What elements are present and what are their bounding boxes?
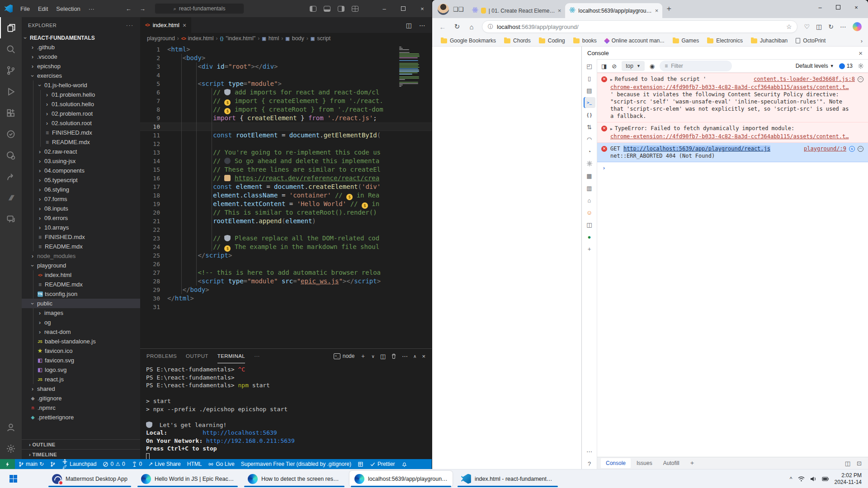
close-tab-icon[interactable]: × — [558, 7, 561, 14]
vscode-search-box[interactable]: ⌕ react-fundamentals — [155, 3, 244, 14]
tree-item-01-solution-hello[interactable]: ›01.solution.hello — [22, 99, 140, 109]
tree-item-10-arrays[interactable]: ›10.arrays — [22, 223, 140, 232]
tree-item-09-errors[interactable]: ›09.errors — [22, 213, 140, 223]
tree-item-finished-mdx[interactable]: ≡FINISHED.mdx — [22, 128, 140, 137]
breadcrumb-item[interactable]: "index.html" — [226, 35, 255, 42]
panel-tab-output[interactable]: OUTPUT — [186, 349, 208, 363]
panel-tab-problems[interactable]: PROBLEMS — [146, 349, 177, 363]
device-emulation-icon[interactable]: ◫ — [845, 460, 850, 467]
expand-caret-icon[interactable]: ▶ — [610, 78, 613, 82]
minimap[interactable] — [399, 47, 425, 89]
code-line[interactable]: 14 // So go ahead and delete this implem… — [140, 157, 432, 165]
workspaces-icon[interactable]: ❑❑ — [453, 6, 463, 13]
maximize-panel-icon[interactable]: ∧ — [413, 354, 416, 359]
status-item[interactable] — [354, 459, 367, 469]
status-item-go-live[interactable]: Go Live — [205, 459, 237, 469]
console-message[interactable]: ✕▶TypeError: Failed to fetch dynamically… — [597, 122, 868, 143]
page-content[interactable] — [432, 47, 581, 469]
taskbar-clock[interactable]: 2:02 PM 2024-11-14 — [835, 472, 862, 486]
network-icon[interactable]: ⇅ — [584, 122, 595, 132]
breadcrumb[interactable]: playground›<>index.html›{}"index.html"›▣… — [140, 33, 432, 44]
taskbar-item[interactable]: Hello World in JS | Epic React by K... — [136, 471, 239, 487]
terminal-shell-chip[interactable]: >_ node — [334, 353, 355, 359]
status-item[interactable] — [398, 459, 410, 469]
browser-tab[interactable]: | 01. Create React Elements | 0× — [468, 3, 565, 18]
tree-item-favicon-svg[interactable]: ◧favicon.svg — [22, 356, 140, 365]
settings-more-icon[interactable]: ⋯ — [840, 23, 846, 30]
tree-item-finished-mdx[interactable]: ≡FINISHED.mdx — [22, 232, 140, 242]
tree-item-03-using-jsx[interactable]: ›03.using-jsx — [22, 156, 140, 166]
bookmark-item[interactable]: Electronics — [704, 38, 746, 44]
chat-icon[interactable] — [0, 208, 21, 230]
menu-[interactable]: ··· — [85, 5, 99, 12]
tree-item-index-html[interactable]: <>index.html — [22, 270, 140, 280]
status-item-0[interactable]: 0⚠0 — [99, 459, 128, 469]
dock-side-icon[interactable]: ◨ — [601, 63, 607, 70]
tree-item--prettierignore[interactable]: ◈.prettierignore — [22, 413, 140, 422]
console-message[interactable]: ✕playground/:9⇅◠GET http://localhost:563… — [597, 143, 868, 162]
editor-more-icon[interactable]: ⋯ — [419, 22, 425, 29]
code-line[interactable]: 16 // https://react.dev/reference/react/… — [140, 174, 432, 183]
supermaven-icon[interactable]: ⫻ — [0, 187, 21, 208]
start-button[interactable] — [5, 471, 22, 487]
code-line[interactable]: 6 // add imports for react and react-dom… — [140, 88, 432, 97]
code-line[interactable]: 3 <div id="root"></div> — [140, 62, 432, 71]
minimize-button[interactable]: – — [375, 0, 394, 17]
device-toolbar-icon[interactable]: ▯ — [584, 73, 595, 84]
bookmark-item[interactable]: Chords — [501, 38, 534, 44]
code-line[interactable]: 17 const element = document.createElemen… — [140, 183, 432, 191]
drawer-tab-issues[interactable]: Issues — [632, 458, 657, 468]
menu-edit[interactable]: Edit — [34, 5, 52, 12]
explorer-more-icon[interactable]: ··· — [126, 23, 134, 28]
split-editor-icon[interactable]: ◫ — [406, 22, 412, 29]
tree-item-01-js-hello-world[interactable]: ›01.js-hello-world — [22, 80, 140, 90]
close-tab-icon[interactable]: × — [655, 7, 659, 14]
volume-icon[interactable] — [810, 476, 816, 482]
new-terminal-icon[interactable]: ＋ — [360, 352, 366, 360]
bookmark-item[interactable]: Juhachiban — [748, 38, 791, 44]
bookmark-item[interactable]: Online account man... — [602, 38, 668, 44]
menu-selection[interactable]: Selection — [52, 5, 84, 12]
toggle-panel-icon[interactable] — [324, 6, 330, 12]
breadcrumb-item[interactable]: index.html — [188, 35, 214, 42]
code-line[interactable]: 22 — [140, 225, 432, 234]
console-prompt[interactable]: › — [597, 162, 868, 172]
devtools-close-icon[interactable]: × — [859, 49, 863, 57]
log-levels-dropdown[interactable]: Default levels ▼ — [796, 63, 834, 69]
accounts-icon[interactable] — [0, 417, 21, 438]
tree-item-images[interactable]: ›images — [22, 308, 140, 318]
split-screen-icon[interactable]: ◫ — [816, 23, 822, 30]
breadcrumb-item[interactable]: playground — [147, 35, 175, 42]
status-item-main[interactable]: main↻ — [15, 459, 47, 469]
code-line[interactable]: 26 — [140, 260, 432, 268]
remote-explorer-icon[interactable] — [0, 145, 21, 166]
emoji-icon[interactable]: ☺ — [584, 207, 595, 218]
add-tool-icon[interactable]: ＋ — [584, 244, 595, 254]
status-dot-icon[interactable]: ● — [584, 231, 595, 242]
code-line[interactable]: 28 <script type="module" src="epic_ws.js… — [140, 277, 432, 286]
terminal-dropdown-icon[interactable]: ∨ — [371, 354, 374, 359]
console-link[interactable]: http://localhost:5639/app/playground/rea… — [623, 145, 770, 152]
toggle-sidebar-icon[interactable] — [310, 6, 316, 12]
tree-item-exercises[interactable]: ›exercises — [22, 71, 140, 80]
tree-item-02-problem-root[interactable]: ›02.problem.root — [22, 109, 140, 118]
code-line[interactable]: 2 <body> — [140, 54, 432, 62]
code-line[interactable]: 5 <script type="module"> — [140, 80, 432, 88]
drawer-tab-autofill[interactable]: Autofill — [658, 458, 684, 468]
info-icon[interactable]: ⇅ — [849, 146, 855, 152]
status-item-html[interactable]: HTML — [184, 459, 205, 469]
status-item-0[interactable]: 0 — [128, 459, 146, 469]
tree-item-logo-svg[interactable]: ◧logo.svg — [22, 365, 140, 375]
tree-item-epicshop[interactable]: ›epicshop — [22, 61, 140, 71]
breadcrumb-item[interactable]: html — [269, 35, 279, 42]
status-item-launchpad[interactable]: Launchpad — [59, 459, 99, 469]
code-line[interactable]: 29 </body> — [140, 286, 432, 294]
history-icon[interactable]: ↻ — [828, 23, 834, 30]
code-line[interactable]: 30</html> — [140, 294, 432, 303]
more-icon[interactable]: ⋯ — [584, 446, 595, 457]
code-line[interactable]: 8 // import { createRoot } from './react… — [140, 105, 432, 114]
dock-icon[interactable]: ⊡ — [857, 460, 862, 467]
tree-item-react-js[interactable]: JSreact.js — [22, 375, 140, 384]
code-line[interactable]: 15 // These three lines are similar to c… — [140, 165, 432, 174]
wifi-icon[interactable]: ◠ — [584, 134, 595, 145]
